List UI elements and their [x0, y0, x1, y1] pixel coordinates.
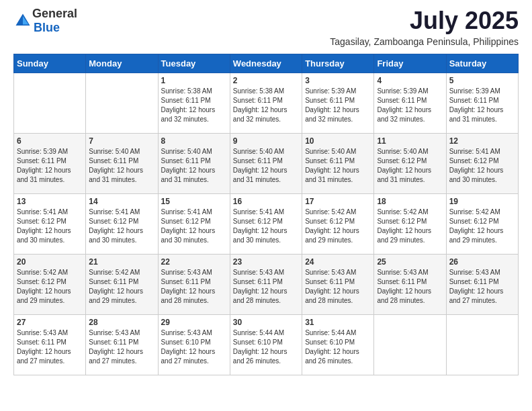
calendar-cell: 26Sunrise: 5:43 AM Sunset: 6:11 PM Dayli… — [446, 255, 518, 315]
calendar-cell: 27Sunrise: 5:43 AM Sunset: 6:11 PM Dayli… — [14, 315, 86, 375]
day-number: 20 — [17, 257, 83, 267]
day-info: Sunrise: 5:40 AM Sunset: 6:11 PM Dayligh… — [305, 147, 371, 185]
calendar-week-row: 1Sunrise: 5:38 AM Sunset: 6:11 PM Daylig… — [14, 73, 519, 134]
calendar-cell: 8Sunrise: 5:40 AM Sunset: 6:11 PM Daylig… — [158, 134, 230, 194]
calendar-cell: 11Sunrise: 5:40 AM Sunset: 6:12 PM Dayli… — [374, 134, 446, 194]
day-number: 25 — [377, 257, 443, 267]
day-info: Sunrise: 5:43 AM Sunset: 6:11 PM Dayligh… — [377, 268, 443, 306]
day-number: 3 — [305, 76, 371, 85]
logo-general: General — [32, 7, 77, 20]
calendar-cell: 6Sunrise: 5:39 AM Sunset: 6:11 PM Daylig… — [14, 134, 86, 194]
day-number: 12 — [449, 136, 515, 146]
column-header-saturday: Saturday — [446, 54, 518, 73]
calendar-cell: 31Sunrise: 5:44 AM Sunset: 6:10 PM Dayli… — [302, 315, 374, 375]
day-number: 9 — [233, 136, 299, 146]
calendar-cell: 7Sunrise: 5:40 AM Sunset: 6:11 PM Daylig… — [86, 134, 158, 194]
day-number: 4 — [377, 76, 443, 85]
day-number: 10 — [305, 136, 371, 146]
logo-icon — [13, 11, 32, 30]
day-info: Sunrise: 5:38 AM Sunset: 6:11 PM Dayligh… — [233, 87, 299, 124]
day-number: 18 — [377, 197, 443, 206]
calendar-cell: 21Sunrise: 5:42 AM Sunset: 6:11 PM Dayli… — [86, 255, 158, 315]
calendar-cell: 30Sunrise: 5:44 AM Sunset: 6:10 PM Dayli… — [230, 315, 302, 375]
day-info: Sunrise: 5:43 AM Sunset: 6:11 PM Dayligh… — [305, 268, 371, 306]
calendar-cell: 9Sunrise: 5:40 AM Sunset: 6:11 PM Daylig… — [230, 134, 302, 194]
day-number: 31 — [305, 318, 371, 327]
day-info: Sunrise: 5:43 AM Sunset: 6:11 PM Dayligh… — [233, 268, 299, 306]
day-info: Sunrise: 5:44 AM Sunset: 6:10 PM Dayligh… — [305, 328, 371, 366]
day-info: Sunrise: 5:40 AM Sunset: 6:11 PM Dayligh… — [233, 147, 299, 185]
day-number: 11 — [377, 136, 443, 146]
column-header-tuesday: Tuesday — [158, 54, 230, 73]
day-number: 28 — [89, 318, 154, 327]
logo-blue: Blue — [34, 21, 60, 34]
day-info: Sunrise: 5:44 AM Sunset: 6:10 PM Dayligh… — [233, 328, 299, 366]
day-number: 5 — [449, 76, 515, 85]
day-info: Sunrise: 5:39 AM Sunset: 6:11 PM Dayligh… — [449, 87, 515, 124]
day-info: Sunrise: 5:42 AM Sunset: 6:12 PM Dayligh… — [17, 268, 83, 306]
calendar-cell — [446, 315, 518, 375]
day-info: Sunrise: 5:41 AM Sunset: 6:12 PM Dayligh… — [233, 208, 299, 245]
day-number: 7 — [89, 136, 154, 146]
calendar-header-row: SundayMondayTuesdayWednesdayThursdayFrid… — [14, 54, 519, 73]
calendar-table: SundayMondayTuesdayWednesdayThursdayFrid… — [13, 54, 519, 375]
calendar-week-row: 20Sunrise: 5:42 AM Sunset: 6:12 PM Dayli… — [14, 255, 519, 315]
calendar-cell: 18Sunrise: 5:42 AM Sunset: 6:12 PM Dayli… — [374, 194, 446, 255]
calendar-cell: 16Sunrise: 5:41 AM Sunset: 6:12 PM Dayli… — [230, 194, 302, 255]
day-info: Sunrise: 5:39 AM Sunset: 6:11 PM Dayligh… — [377, 87, 443, 124]
day-number: 22 — [161, 257, 227, 267]
day-info: Sunrise: 5:39 AM Sunset: 6:11 PM Dayligh… — [17, 147, 83, 185]
calendar-cell — [86, 73, 158, 134]
calendar-cell: 14Sunrise: 5:41 AM Sunset: 6:12 PM Dayli… — [86, 194, 158, 255]
calendar-cell: 17Sunrise: 5:42 AM Sunset: 6:12 PM Dayli… — [302, 194, 374, 255]
calendar-cell: 4Sunrise: 5:39 AM Sunset: 6:11 PM Daylig… — [374, 73, 446, 134]
day-number: 26 — [449, 257, 515, 267]
column-header-monday: Monday — [86, 54, 158, 73]
day-info: Sunrise: 5:41 AM Sunset: 6:12 PM Dayligh… — [17, 208, 83, 245]
calendar-cell: 22Sunrise: 5:43 AM Sunset: 6:11 PM Dayli… — [158, 255, 230, 315]
day-info: Sunrise: 5:42 AM Sunset: 6:12 PM Dayligh… — [377, 208, 443, 245]
day-info: Sunrise: 5:40 AM Sunset: 6:11 PM Dayligh… — [161, 147, 227, 185]
day-number: 13 — [17, 197, 83, 206]
logo: General Blue — [13, 7, 77, 35]
calendar-cell: 10Sunrise: 5:40 AM Sunset: 6:11 PM Dayli… — [302, 134, 374, 194]
calendar-cell: 15Sunrise: 5:41 AM Sunset: 6:12 PM Dayli… — [158, 194, 230, 255]
calendar-cell: 2Sunrise: 5:38 AM Sunset: 6:11 PM Daylig… — [230, 73, 302, 134]
day-info: Sunrise: 5:39 AM Sunset: 6:11 PM Dayligh… — [305, 87, 371, 124]
day-number: 29 — [161, 318, 227, 327]
main-title: July 2025 — [330, 7, 519, 35]
column-header-wednesday: Wednesday — [230, 54, 302, 73]
day-number: 16 — [233, 197, 299, 206]
calendar-cell: 3Sunrise: 5:39 AM Sunset: 6:11 PM Daylig… — [302, 73, 374, 134]
day-info: Sunrise: 5:43 AM Sunset: 6:11 PM Dayligh… — [161, 268, 227, 306]
calendar-week-row: 27Sunrise: 5:43 AM Sunset: 6:11 PM Dayli… — [14, 315, 519, 375]
day-number: 2 — [233, 76, 299, 85]
day-number: 23 — [233, 257, 299, 267]
calendar-cell: 13Sunrise: 5:41 AM Sunset: 6:12 PM Dayli… — [14, 194, 86, 255]
day-info: Sunrise: 5:41 AM Sunset: 6:12 PM Dayligh… — [449, 147, 515, 185]
day-number: 6 — [17, 136, 83, 146]
day-info: Sunrise: 5:43 AM Sunset: 6:10 PM Dayligh… — [161, 328, 227, 366]
day-info: Sunrise: 5:40 AM Sunset: 6:11 PM Dayligh… — [89, 147, 154, 185]
calendar-cell: 23Sunrise: 5:43 AM Sunset: 6:11 PM Dayli… — [230, 255, 302, 315]
day-number: 17 — [305, 197, 371, 206]
day-number: 27 — [17, 318, 83, 327]
calendar-cell — [14, 73, 86, 134]
calendar-week-row: 6Sunrise: 5:39 AM Sunset: 6:11 PM Daylig… — [14, 134, 519, 194]
day-number: 14 — [89, 197, 154, 206]
header: General Blue July 2025 Tagasilay, Zamboa… — [13, 7, 519, 47]
day-info: Sunrise: 5:43 AM Sunset: 6:11 PM Dayligh… — [89, 328, 154, 366]
day-number: 1 — [161, 76, 227, 85]
day-info: Sunrise: 5:42 AM Sunset: 6:11 PM Dayligh… — [89, 268, 154, 306]
column-header-thursday: Thursday — [302, 54, 374, 73]
calendar-week-row: 13Sunrise: 5:41 AM Sunset: 6:12 PM Dayli… — [14, 194, 519, 255]
calendar-cell: 5Sunrise: 5:39 AM Sunset: 6:11 PM Daylig… — [446, 73, 518, 134]
day-number: 21 — [89, 257, 154, 267]
day-info: Sunrise: 5:43 AM Sunset: 6:11 PM Dayligh… — [17, 328, 83, 366]
title-area: July 2025 Tagasilay, Zamboanga Peninsula… — [330, 7, 519, 47]
day-info: Sunrise: 5:41 AM Sunset: 6:12 PM Dayligh… — [161, 208, 227, 245]
day-number: 19 — [449, 197, 515, 206]
calendar-cell: 25Sunrise: 5:43 AM Sunset: 6:11 PM Dayli… — [374, 255, 446, 315]
calendar-cell: 1Sunrise: 5:38 AM Sunset: 6:11 PM Daylig… — [158, 73, 230, 134]
day-info: Sunrise: 5:42 AM Sunset: 6:12 PM Dayligh… — [305, 208, 371, 245]
